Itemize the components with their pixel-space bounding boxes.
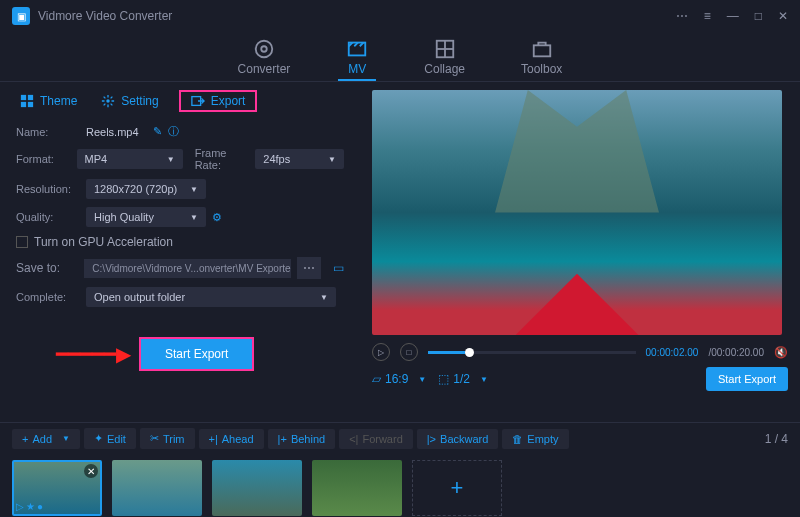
minimize-icon[interactable]: — xyxy=(727,9,739,23)
tab-converter[interactable]: Converter xyxy=(230,32,299,81)
video-preview[interactable] xyxy=(372,90,782,335)
play-button[interactable]: ▷ xyxy=(372,343,390,361)
quality-value: High Quality xyxy=(94,211,154,223)
forward-button[interactable]: <| Forward xyxy=(339,429,413,449)
thumbnail-2[interactable] xyxy=(112,460,202,516)
add-label: Add xyxy=(32,433,52,445)
caret-icon: ▼ xyxy=(320,293,328,302)
caret-icon: ▼ xyxy=(190,185,198,194)
thumb-star-icon: ★ xyxy=(26,501,35,512)
remove-thumb-icon[interactable]: ✕ xyxy=(84,464,98,478)
aspect-select[interactable]: ▱ 16:9 ▼ xyxy=(372,372,426,386)
menu-icon[interactable]: ≡ xyxy=(704,9,711,23)
thumbnail-3[interactable] xyxy=(212,460,302,516)
forward-label: Forward xyxy=(362,433,402,445)
setting-icon xyxy=(101,94,115,108)
time-total: /00:00:20.00 xyxy=(708,347,764,358)
saveto-path: C:\Vidmore\Vidmore V...onverter\MV Expor… xyxy=(84,259,291,278)
thumbnail-1[interactable]: ✕▷★● xyxy=(12,460,102,516)
arrow-annotation: ━━━━━▶ xyxy=(56,342,131,366)
tab-collage[interactable]: Collage xyxy=(416,32,473,81)
subtab-theme[interactable]: Theme xyxy=(16,90,81,112)
gpu-label: Turn on GPU Acceleration xyxy=(34,235,173,249)
mv-icon xyxy=(346,38,368,60)
start-export-right-button[interactable]: Start Export xyxy=(706,367,788,391)
behind-label: Behind xyxy=(291,433,325,445)
complete-value: Open output folder xyxy=(94,291,185,303)
trim-label: Trim xyxy=(163,433,185,445)
subtab-setting[interactable]: Setting xyxy=(97,90,162,112)
svg-point-1 xyxy=(261,46,267,52)
format-select[interactable]: MP4▼ xyxy=(77,149,183,169)
collage-icon xyxy=(434,38,456,60)
thumbnail-4[interactable] xyxy=(312,460,402,516)
name-value: Reels.mp4 xyxy=(86,126,139,138)
add-thumbnail-button[interactable]: + xyxy=(412,460,502,516)
backward-label: Backward xyxy=(440,433,488,445)
folder-icon[interactable]: ▭ xyxy=(333,261,344,275)
saveto-label: Save to: xyxy=(16,261,78,275)
name-label: Name: xyxy=(16,126,86,138)
start-export-button[interactable]: Start Export xyxy=(139,337,254,371)
edit-button[interactable]: ✦ Edit xyxy=(84,428,136,449)
clip-count: 1 / 4 xyxy=(765,432,788,446)
svg-rect-6 xyxy=(533,45,550,56)
svg-rect-7 xyxy=(21,95,26,100)
caret-icon: ▼ xyxy=(328,155,336,164)
format-label: Format: xyxy=(16,153,77,165)
maximize-icon[interactable]: □ xyxy=(755,9,762,23)
svg-rect-10 xyxy=(28,102,33,107)
info-icon[interactable]: ⓘ xyxy=(168,124,179,139)
toolbox-icon xyxy=(531,38,553,60)
framerate-select[interactable]: 24fps▼ xyxy=(255,149,344,169)
add-button[interactable]: + Add ▼ xyxy=(12,429,80,449)
empty-button[interactable]: 🗑 Empty xyxy=(502,429,568,449)
theme-icon xyxy=(20,94,34,108)
app-logo: ▣ xyxy=(12,7,30,25)
trim-button[interactable]: ✂ Trim xyxy=(140,428,195,449)
behind-button[interactable]: |+ Behind xyxy=(268,429,336,449)
resolution-label: Resolution: xyxy=(16,183,86,195)
converter-icon xyxy=(253,38,275,60)
ahead-label: Ahead xyxy=(222,433,254,445)
volume-icon[interactable]: 🔇 xyxy=(774,346,788,359)
browse-button[interactable]: ⋯ xyxy=(297,257,321,279)
ahead-button[interactable]: +| Ahead xyxy=(199,429,264,449)
tab-toolbox[interactable]: Toolbox xyxy=(513,32,570,81)
quality-label: Quality: xyxy=(16,211,86,223)
gpu-checkbox[interactable]: Turn on GPU Acceleration xyxy=(16,235,344,249)
complete-label: Complete: xyxy=(16,291,86,303)
caret-icon: ▼ xyxy=(167,155,175,164)
tab-mv[interactable]: MV xyxy=(338,32,376,81)
resolution-select[interactable]: 1280x720 (720p)▼ xyxy=(86,179,206,199)
svg-point-0 xyxy=(256,40,273,57)
subtab-export[interactable]: Export xyxy=(179,90,258,112)
export-icon xyxy=(191,94,205,108)
svg-rect-9 xyxy=(21,102,26,107)
resolution-value: 1280x720 (720p) xyxy=(94,183,177,195)
caret-icon: ▼ xyxy=(190,213,198,222)
quality-gear-icon[interactable]: ⚙ xyxy=(212,211,222,224)
close-icon[interactable]: ✕ xyxy=(778,9,788,23)
tab-mv-label: MV xyxy=(348,62,366,76)
complete-select[interactable]: Open output folder▼ xyxy=(86,287,336,307)
screen-value: 1/2 xyxy=(453,372,470,386)
format-value: MP4 xyxy=(85,153,108,165)
feedback-icon[interactable]: ⋯ xyxy=(676,9,688,23)
edit-name-icon[interactable]: ✎ xyxy=(153,125,162,138)
stop-button[interactable]: □ xyxy=(400,343,418,361)
screen-select[interactable]: ⬚ 1/2 ▼ xyxy=(438,372,488,386)
thumb-play-icon: ▷ xyxy=(16,501,24,512)
tab-toolbox-label: Toolbox xyxy=(521,62,562,76)
app-title: Vidmore Video Converter xyxy=(38,9,172,23)
subtab-theme-label: Theme xyxy=(40,94,77,108)
svg-point-11 xyxy=(107,99,111,103)
aspect-value: 16:9 xyxy=(385,372,408,386)
time-current: 00:00:02.00 xyxy=(646,347,699,358)
progress-bar[interactable] xyxy=(428,351,636,354)
tab-collage-label: Collage xyxy=(424,62,465,76)
framerate-value: 24fps xyxy=(263,153,290,165)
tab-converter-label: Converter xyxy=(238,62,291,76)
quality-select[interactable]: High Quality▼ xyxy=(86,207,206,227)
backward-button[interactable]: |> Backward xyxy=(417,429,499,449)
